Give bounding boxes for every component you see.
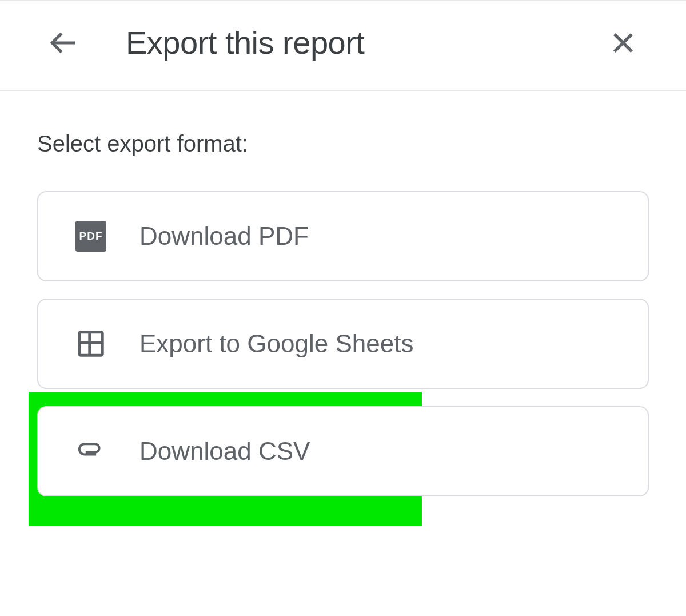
close-icon [608,28,638,58]
option-label: Download CSV [139,437,310,466]
attachment-icon [75,436,106,467]
option-highlighted-wrapper: Download CSV [37,406,649,496]
sheets-icon [75,328,106,359]
export-option-sheets[interactable]: Export to Google Sheets [37,299,649,389]
option-label: Download PDF [139,222,309,251]
dialog-content: Select export format: PDF Download PDF E… [0,91,686,496]
back-button[interactable] [46,26,80,60]
export-option-csv[interactable]: Download CSV [37,406,649,496]
export-dialog: Export this report Select export format:… [0,0,686,616]
close-button[interactable] [606,26,640,60]
section-subtitle: Select export format: [37,131,649,157]
dialog-header: Export this report [0,1,686,91]
pdf-icon: PDF [75,221,106,252]
export-option-pdf[interactable]: PDF Download PDF [37,191,649,281]
dialog-title: Export this report [126,24,364,61]
option-label: Export to Google Sheets [139,329,413,358]
arrow-left-icon [47,27,79,59]
